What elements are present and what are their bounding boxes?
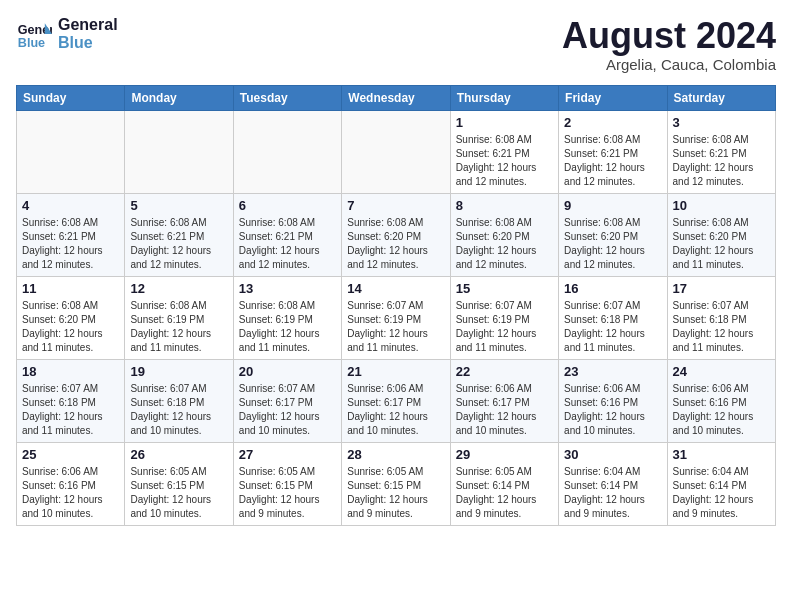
day-info: Sunrise: 6:08 AMSunset: 6:21 PMDaylight:… [130, 216, 227, 272]
day-info: Sunrise: 6:08 AMSunset: 6:20 PMDaylight:… [347, 216, 444, 272]
calendar-week-2: 4Sunrise: 6:08 AMSunset: 6:21 PMDaylight… [17, 193, 776, 276]
day-info: Sunrise: 6:06 AMSunset: 6:17 PMDaylight:… [347, 382, 444, 438]
day-number: 15 [456, 281, 553, 296]
calendar-week-1: 1Sunrise: 6:08 AMSunset: 6:21 PMDaylight… [17, 110, 776, 193]
weekday-row: SundayMondayTuesdayWednesdayThursdayFrid… [17, 85, 776, 110]
calendar-cell: 31Sunrise: 6:04 AMSunset: 6:14 PMDayligh… [667, 442, 775, 525]
day-number: 25 [22, 447, 119, 462]
day-info: Sunrise: 6:04 AMSunset: 6:14 PMDaylight:… [673, 465, 770, 521]
day-number: 22 [456, 364, 553, 379]
day-info: Sunrise: 6:07 AMSunset: 6:18 PMDaylight:… [130, 382, 227, 438]
svg-text:Blue: Blue [18, 36, 45, 50]
calendar-cell [342, 110, 450, 193]
calendar-cell [233, 110, 341, 193]
calendar-cell: 19Sunrise: 6:07 AMSunset: 6:18 PMDayligh… [125, 359, 233, 442]
calendar-table: SundayMondayTuesdayWednesdayThursdayFrid… [16, 85, 776, 526]
day-info: Sunrise: 6:07 AMSunset: 6:19 PMDaylight:… [347, 299, 444, 355]
calendar-cell [125, 110, 233, 193]
day-number: 21 [347, 364, 444, 379]
calendar-cell: 17Sunrise: 6:07 AMSunset: 6:18 PMDayligh… [667, 276, 775, 359]
day-info: Sunrise: 6:07 AMSunset: 6:18 PMDaylight:… [22, 382, 119, 438]
day-number: 27 [239, 447, 336, 462]
day-info: Sunrise: 6:07 AMSunset: 6:19 PMDaylight:… [456, 299, 553, 355]
calendar-header: SundayMondayTuesdayWednesdayThursdayFrid… [17, 85, 776, 110]
day-number: 19 [130, 364, 227, 379]
calendar-cell: 8Sunrise: 6:08 AMSunset: 6:20 PMDaylight… [450, 193, 558, 276]
day-info: Sunrise: 6:08 AMSunset: 6:21 PMDaylight:… [456, 133, 553, 189]
day-number: 20 [239, 364, 336, 379]
day-info: Sunrise: 6:05 AMSunset: 6:15 PMDaylight:… [130, 465, 227, 521]
day-number: 13 [239, 281, 336, 296]
calendar-cell: 22Sunrise: 6:06 AMSunset: 6:17 PMDayligh… [450, 359, 558, 442]
day-number: 23 [564, 364, 661, 379]
calendar-cell [17, 110, 125, 193]
day-number: 9 [564, 198, 661, 213]
page-header: General Blue General Blue August 2024 Ar… [16, 16, 776, 73]
location: Argelia, Cauca, Colombia [562, 56, 776, 73]
calendar-cell: 20Sunrise: 6:07 AMSunset: 6:17 PMDayligh… [233, 359, 341, 442]
day-number: 10 [673, 198, 770, 213]
calendar-cell: 5Sunrise: 6:08 AMSunset: 6:21 PMDaylight… [125, 193, 233, 276]
calendar-cell: 4Sunrise: 6:08 AMSunset: 6:21 PMDaylight… [17, 193, 125, 276]
day-number: 16 [564, 281, 661, 296]
day-info: Sunrise: 6:05 AMSunset: 6:15 PMDaylight:… [347, 465, 444, 521]
day-info: Sunrise: 6:05 AMSunset: 6:15 PMDaylight:… [239, 465, 336, 521]
calendar-week-3: 11Sunrise: 6:08 AMSunset: 6:20 PMDayligh… [17, 276, 776, 359]
day-info: Sunrise: 6:08 AMSunset: 6:21 PMDaylight:… [564, 133, 661, 189]
weekday-header-monday: Monday [125, 85, 233, 110]
calendar-cell: 12Sunrise: 6:08 AMSunset: 6:19 PMDayligh… [125, 276, 233, 359]
weekday-header-friday: Friday [559, 85, 667, 110]
day-info: Sunrise: 6:08 AMSunset: 6:21 PMDaylight:… [239, 216, 336, 272]
calendar-cell: 1Sunrise: 6:08 AMSunset: 6:21 PMDaylight… [450, 110, 558, 193]
day-info: Sunrise: 6:08 AMSunset: 6:21 PMDaylight:… [673, 133, 770, 189]
calendar-cell: 24Sunrise: 6:06 AMSunset: 6:16 PMDayligh… [667, 359, 775, 442]
calendar-cell: 16Sunrise: 6:07 AMSunset: 6:18 PMDayligh… [559, 276, 667, 359]
day-number: 18 [22, 364, 119, 379]
day-info: Sunrise: 6:08 AMSunset: 6:19 PMDaylight:… [130, 299, 227, 355]
calendar-cell: 25Sunrise: 6:06 AMSunset: 6:16 PMDayligh… [17, 442, 125, 525]
day-number: 3 [673, 115, 770, 130]
day-number: 2 [564, 115, 661, 130]
calendar-body: 1Sunrise: 6:08 AMSunset: 6:21 PMDaylight… [17, 110, 776, 525]
day-info: Sunrise: 6:08 AMSunset: 6:20 PMDaylight:… [564, 216, 661, 272]
logo-general: General [58, 16, 118, 34]
calendar-cell: 29Sunrise: 6:05 AMSunset: 6:14 PMDayligh… [450, 442, 558, 525]
day-number: 6 [239, 198, 336, 213]
day-info: Sunrise: 6:06 AMSunset: 6:16 PMDaylight:… [673, 382, 770, 438]
day-info: Sunrise: 6:07 AMSunset: 6:18 PMDaylight:… [673, 299, 770, 355]
day-number: 28 [347, 447, 444, 462]
calendar-cell: 6Sunrise: 6:08 AMSunset: 6:21 PMDaylight… [233, 193, 341, 276]
logo: General Blue General Blue [16, 16, 118, 52]
day-number: 30 [564, 447, 661, 462]
day-info: Sunrise: 6:06 AMSunset: 6:16 PMDaylight:… [564, 382, 661, 438]
weekday-header-thursday: Thursday [450, 85, 558, 110]
weekday-header-wednesday: Wednesday [342, 85, 450, 110]
calendar-week-4: 18Sunrise: 6:07 AMSunset: 6:18 PMDayligh… [17, 359, 776, 442]
day-info: Sunrise: 6:05 AMSunset: 6:14 PMDaylight:… [456, 465, 553, 521]
day-info: Sunrise: 6:06 AMSunset: 6:16 PMDaylight:… [22, 465, 119, 521]
day-info: Sunrise: 6:08 AMSunset: 6:20 PMDaylight:… [22, 299, 119, 355]
calendar-cell: 10Sunrise: 6:08 AMSunset: 6:20 PMDayligh… [667, 193, 775, 276]
weekday-header-tuesday: Tuesday [233, 85, 341, 110]
title-block: August 2024 Argelia, Cauca, Colombia [562, 16, 776, 73]
day-number: 12 [130, 281, 227, 296]
day-number: 14 [347, 281, 444, 296]
day-number: 31 [673, 447, 770, 462]
calendar-cell: 3Sunrise: 6:08 AMSunset: 6:21 PMDaylight… [667, 110, 775, 193]
day-number: 29 [456, 447, 553, 462]
calendar-cell: 21Sunrise: 6:06 AMSunset: 6:17 PMDayligh… [342, 359, 450, 442]
day-number: 7 [347, 198, 444, 213]
day-number: 17 [673, 281, 770, 296]
day-info: Sunrise: 6:04 AMSunset: 6:14 PMDaylight:… [564, 465, 661, 521]
calendar-cell: 30Sunrise: 6:04 AMSunset: 6:14 PMDayligh… [559, 442, 667, 525]
calendar-cell: 28Sunrise: 6:05 AMSunset: 6:15 PMDayligh… [342, 442, 450, 525]
day-info: Sunrise: 6:07 AMSunset: 6:18 PMDaylight:… [564, 299, 661, 355]
calendar-cell: 2Sunrise: 6:08 AMSunset: 6:21 PMDaylight… [559, 110, 667, 193]
logo-blue: Blue [58, 34, 118, 52]
day-number: 1 [456, 115, 553, 130]
day-number: 11 [22, 281, 119, 296]
logo-icon: General Blue [16, 16, 52, 52]
day-number: 8 [456, 198, 553, 213]
weekday-header-saturday: Saturday [667, 85, 775, 110]
day-info: Sunrise: 6:06 AMSunset: 6:17 PMDaylight:… [456, 382, 553, 438]
